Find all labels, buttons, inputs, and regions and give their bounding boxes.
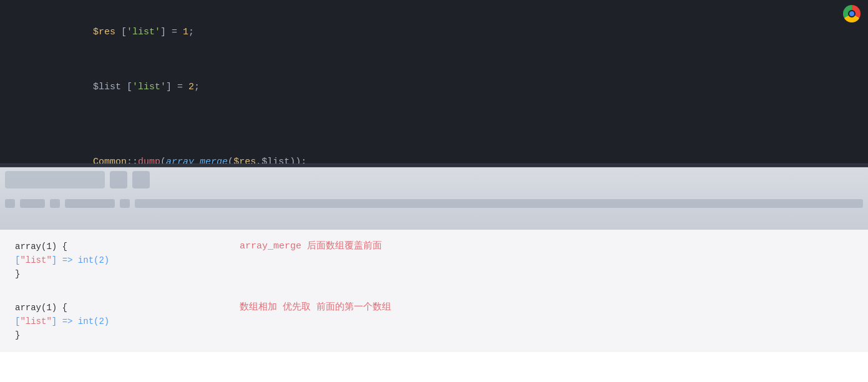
tab-blurred-1 xyxy=(5,171,105,189)
code-editor: $res ['list'] = 1; $list ['list'] = 2; C… xyxy=(0,0,868,164)
url-blurred-s4 xyxy=(65,199,115,208)
code-token: 2 xyxy=(188,82,194,92)
url-blurred-s1 xyxy=(5,199,15,208)
url-blurred-s3 xyxy=(50,199,60,208)
code-token: $list xyxy=(261,157,290,164)
output-code-1: array(1) { ["list"] => int(2) } xyxy=(15,240,202,281)
code-token: $res xyxy=(93,27,115,37)
tab-blurred-2 xyxy=(110,171,127,189)
code-token: ( xyxy=(228,157,233,164)
code-token: 'list' xyxy=(132,82,166,92)
code-token: ; xyxy=(194,82,200,92)
code-line-2: $list ['list'] = 2; xyxy=(0,60,868,115)
output-comment-2: 数组相加 优先取 前面的第一个数组 xyxy=(240,301,391,315)
output-line: } xyxy=(15,328,202,342)
output-block-1: array(1) { ["list"] => int(2) } array_me… xyxy=(15,240,853,281)
line-content-1: $res ['list'] = 1; xyxy=(41,6,868,59)
url-blurred-s2 xyxy=(20,199,45,208)
code-token: $list [ xyxy=(93,82,132,92)
output-line: ["list"] => int(2) xyxy=(15,315,202,328)
code-token: array_merge xyxy=(166,157,228,164)
code-area: $res ['list'] = 1; $list ['list'] = 2; C… xyxy=(0,0,868,164)
output-line: ["list"] => int(2) xyxy=(15,253,202,267)
output-line: array(1) { xyxy=(15,240,202,253)
url-row xyxy=(0,192,868,215)
url-blurred-s5 xyxy=(120,199,130,208)
code-token: Common xyxy=(93,157,127,164)
line-content-2: $list ['list'] = 2; xyxy=(41,61,868,114)
code-token: ] = xyxy=(160,27,183,37)
output-section: array(1) { ["list"] => int(2) } array_me… xyxy=(0,230,868,352)
code-token: ( xyxy=(160,157,166,164)
browser-bar xyxy=(0,167,868,230)
code-token: 'list' xyxy=(127,27,160,37)
tab-blurred-3 xyxy=(132,171,150,189)
code-line-4: Common::dump(array_merge($res,$list)); xyxy=(0,135,868,164)
output-line: array(1) { xyxy=(15,301,202,315)
url-blurred-long xyxy=(135,199,863,208)
code-token: [ xyxy=(115,27,127,37)
line-content-4: Common::dump(array_merge($res,$list)); xyxy=(41,136,868,164)
output-code-2: array(1) { ["list"] => int(2) } xyxy=(15,301,202,342)
output-comment-1: array_merge 后面数组覆盖前面 xyxy=(240,240,382,253)
code-token: $res xyxy=(233,157,256,164)
code-token: 1 xyxy=(183,27,188,37)
code-token: dump xyxy=(138,157,160,164)
code-line-3 xyxy=(0,115,868,135)
tab-row xyxy=(0,167,868,192)
spacer xyxy=(15,286,853,296)
output-line: } xyxy=(15,267,202,281)
code-token: :: xyxy=(127,157,138,164)
code-token: ] = xyxy=(166,82,188,92)
code-token: ; xyxy=(188,27,194,37)
output-block-2: array(1) { ["list"] => int(2) } 数组相加 优先取… xyxy=(15,301,853,342)
line-content-3 xyxy=(41,116,868,134)
code-token: )); xyxy=(290,157,306,164)
code-token: , xyxy=(256,157,261,164)
code-line-1: $res ['list'] = 1; xyxy=(0,5,868,60)
